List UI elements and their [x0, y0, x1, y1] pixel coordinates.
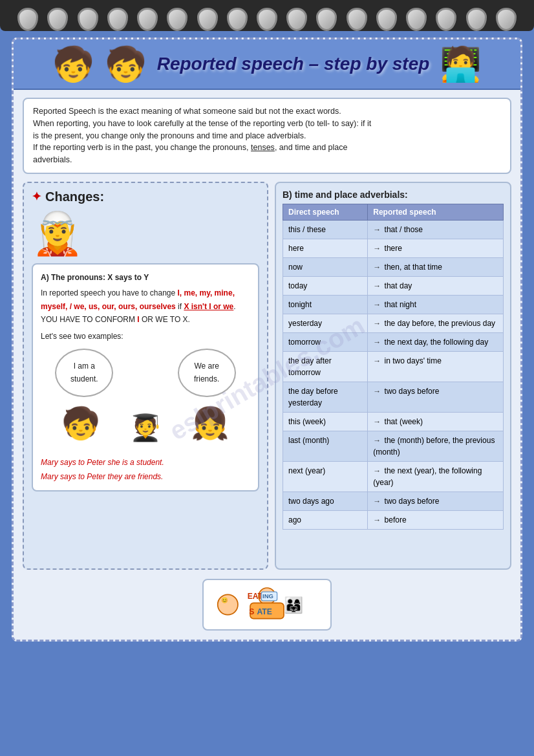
table-header-row: Direct speech Reported speech — [283, 204, 504, 220]
direct-speech-cell: tomorrow — [283, 332, 368, 351]
footer-area: 😊 EAT ING S ATE 👨‍👩‍👧 — [23, 579, 511, 631]
tenses-underline: tenses — [251, 143, 275, 152]
svg-text:EAT: EAT — [248, 592, 263, 601]
ring — [406, 8, 427, 31]
reported-speech-cell: → there — [368, 239, 504, 257]
table-row: ago→ before — [283, 510, 504, 529]
ring — [197, 8, 218, 31]
intro-line3: is the present, you change only the pron… — [33, 131, 306, 140]
pronoun-body: In reported speech you have to change I,… — [41, 286, 250, 326]
table-row: this (week)→ that (week) — [283, 412, 504, 431]
star-icon: ✦ — [32, 189, 41, 204]
direct-speech-cell: ago — [283, 510, 368, 529]
main-content: 🧒 🧒 Reported speech – step by step 🧑‍💻 R… — [12, 38, 522, 642]
ring — [436, 8, 456, 31]
reported-speech-cell: → the day before, the previous day — [368, 314, 504, 332]
x-isnt: X isn't I or we — [184, 302, 233, 311]
character-left: 🧒 — [52, 47, 94, 81]
ring — [466, 8, 487, 31]
intro-line2: When reporting, you have to look careful… — [33, 119, 371, 128]
changes-label: Changes: — [45, 189, 104, 204]
figure-group-center: 🧑‍🎓 — [129, 386, 162, 449]
reported-speech-cell: → that / those — [368, 220, 504, 239]
two-col-layout: ✦ Changes: 🧝 A) The pronouns: X says to … — [23, 182, 511, 570]
right-panel: B) time and place adverbials: Direct spe… — [275, 182, 511, 570]
character-right: 🧑‍💻 — [440, 47, 482, 81]
reported-speech-cell: → that night — [368, 295, 504, 314]
speech-bubble-right: We are friends. — [178, 349, 236, 397]
svg-text:S: S — [249, 607, 254, 616]
reported-speech-cell: → two days before — [368, 382, 504, 412]
table-row: tonight→ that night — [283, 295, 504, 314]
reported-speech-cell: → two days before — [368, 491, 504, 510]
character-left2: 🧒 — [105, 47, 147, 81]
elf-figure: 🧝 — [32, 210, 83, 258]
rings-bar — [0, 0, 534, 31]
reported-speech-cell: → before — [368, 510, 504, 529]
friends-figure: 👧 — [191, 397, 230, 450]
direct-speech-cell: today — [283, 276, 368, 295]
table-section-label: B) time and place adverbials: — [283, 189, 504, 200]
direct-speech-cell: two days ago — [283, 491, 368, 510]
ring — [316, 8, 337, 31]
reported-speech-cell: → in two days' time — [368, 351, 504, 382]
direct-speech-cell: this (week) — [283, 412, 368, 431]
table-row: the day after tomorrow→ in two days' tim… — [283, 351, 504, 382]
table-row: this / these→ that / those — [283, 220, 504, 239]
intro-line4: If the reporting verb is in the past, yo… — [33, 143, 347, 152]
page-title: Reported speech – step by step — [157, 54, 430, 74]
reported-speech-cell: → the next day, the following day — [368, 332, 504, 351]
svg-text:👨‍👩‍👧: 👨‍👩‍👧 — [284, 595, 304, 614]
speech-figures-row: I am a student. 🧒 🧑‍🎓 We are friends. 👧 — [41, 349, 250, 450]
pronoun-or-we: OR WE TO X. — [140, 315, 190, 324]
svg-text:ING: ING — [262, 592, 273, 599]
direct-speech-cell: the day before yesterday — [283, 382, 368, 412]
table-body: this / these→ that / thosehere→ therenow… — [283, 220, 504, 529]
table-row: here→ there — [283, 239, 504, 257]
figure-group-left: I am a student. 🧒 — [48, 349, 113, 450]
svg-text:ATE: ATE — [257, 607, 272, 616]
example2-line: Mary says to Peter they are friends. — [41, 470, 250, 484]
reported-speech-cell: → the next (year), the following (year) — [368, 461, 504, 491]
table-row: today→ that day — [283, 276, 504, 295]
svg-text:😊: 😊 — [221, 596, 228, 603]
ring — [17, 8, 38, 31]
ring — [227, 8, 248, 31]
table-row: now→ then, at that time — [283, 257, 504, 276]
adverbials-table: Direct speech Reported speech this / the… — [283, 204, 504, 530]
direct-speech-cell: the day after tomorrow — [283, 351, 368, 382]
ring — [496, 8, 517, 31]
intro-box: Reported Speech is the exact meaning of … — [23, 98, 511, 174]
ring — [137, 8, 158, 31]
speech-bubble-left: I am a student. — [55, 349, 113, 397]
table-row: last (month)→ the (month) before, the pr… — [283, 431, 504, 461]
lets-see: Let's see two examples: — [41, 330, 250, 343]
pronoun-heading: A) The pronouns: X says to Y — [41, 271, 250, 284]
pronouns-box: A) The pronouns: X says to Y In reported… — [32, 263, 259, 492]
reported-speech-cell: → that day — [368, 276, 504, 295]
ring — [376, 8, 397, 31]
direct-speech-cell: here — [283, 239, 368, 257]
ring — [78, 8, 98, 31]
table-row: the day before yesterday→ two days befor… — [283, 382, 504, 412]
ring — [347, 8, 367, 31]
intro-line5: adverbials. — [33, 155, 72, 164]
reported-speech-cell: → then, at that time — [368, 257, 504, 276]
ring — [286, 8, 307, 31]
footer-logo-box: 😊 EAT ING S ATE 👨‍👩‍👧 — [202, 579, 332, 631]
student-figure: 🧒 — [61, 397, 100, 450]
example-sentences: Mary says to Peter she is a student. Mar… — [41, 456, 250, 484]
direct-speech-cell: next (year) — [283, 461, 368, 491]
table-row: tomorrow→ the next day, the following da… — [283, 332, 504, 351]
table-row: next (year)→ the next (year), the follow… — [283, 461, 504, 491]
pronoun-body1: In reported speech you have to change — [41, 288, 177, 297]
direct-speech-cell: now — [283, 257, 368, 276]
footer-logo-svg: 😊 EAT ING S ATE 👨‍👩‍👧 — [217, 582, 317, 627]
table-row: yesterday→ the day before, the previous … — [283, 314, 504, 332]
direct-speech-cell: tonight — [283, 295, 368, 314]
changes-title: ✦ Changes: — [32, 189, 259, 204]
col-direct-speech: Direct speech — [283, 204, 368, 220]
left-panel: ✦ Changes: 🧝 A) The pronouns: X says to … — [23, 182, 268, 570]
pronoun-if: if — [176, 302, 184, 311]
intro-line1: Reported Speech is the exact meaning of … — [33, 107, 341, 116]
